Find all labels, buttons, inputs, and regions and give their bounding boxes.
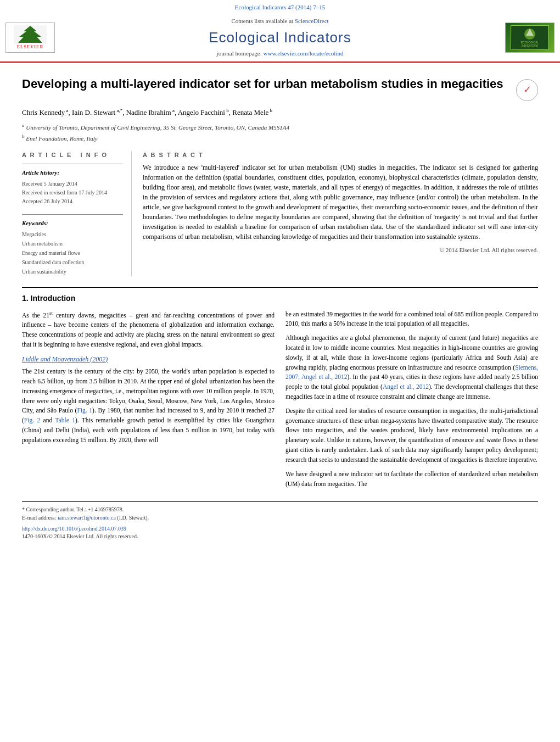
journal-header: Ecological Indicators 47 (2014) 7–15 ELS…: [0, 0, 560, 63]
article-body-columns: A R T I C L E I N F O Article history: R…: [22, 151, 538, 276]
keyword-5: Urban sustainability: [22, 267, 123, 276]
copyright-line: © 2014 Elsevier Ltd. All rights reserved…: [143, 246, 538, 254]
doi-link[interactable]: http://dx.doi.org/10.1016/j.ecolind.2014…: [22, 525, 538, 533]
intro-para-1: As the 21st century dawns, megacities – …: [22, 310, 275, 350]
journal-homepage-url[interactable]: www.elsevier.com/locate/ecolind: [264, 50, 344, 57]
divider-1: [22, 164, 123, 164]
footnote-section: * Corresponding author. Tel.: +1 4169785…: [22, 501, 538, 522]
eco-logo-inner: ECOLOGICAL INDICATORS: [511, 25, 549, 50]
keyword-4: Standardized data collection: [22, 258, 123, 267]
keyword-3: Energy and material flows: [22, 248, 123, 258]
author-mele: Renata Mele: [232, 108, 268, 116]
journal-homepage-line: journal homepage: www.elsevier.com/locat…: [55, 49, 505, 58]
divider-2: [22, 214, 123, 215]
article-title-section: Developing a multi-layered indicator set…: [22, 71, 538, 101]
crossmark-logo[interactable]: ✓: [516, 79, 538, 101]
introduction-section: 1. Introduction As the 21st century dawn…: [22, 287, 538, 540]
eco-logo-svg: ECOLOGICAL INDICATORS: [512, 26, 548, 49]
footnote-email-link[interactable]: iain.stewart1@utoronto.ca: [58, 515, 116, 521]
footnote-email: E-mail address: iain.stewart1@utoronto.c…: [22, 514, 538, 522]
svg-text:INDICATORS: INDICATORS: [521, 44, 538, 47]
accepted-date: Accepted 26 July 2014: [22, 197, 123, 206]
table1-ref[interactable]: Table 1: [55, 417, 75, 423]
authors-line: Chris Kennedy a, Iain D. Stewart a,*, Na…: [22, 107, 538, 119]
elsevier-logo: ELSEVIER: [5, 23, 55, 53]
keyword-2: Urban metabolism: [22, 239, 123, 248]
eco-indicators-logo: ECOLOGICAL INDICATORS: [505, 23, 555, 53]
article-info-header: A R T I C L E I N F O: [22, 151, 123, 159]
intro-right-para-1: be an estimated 39 megacities in the wor…: [285, 310, 538, 330]
subsection-ref-title[interactable]: Liddle and Moavenzadeh (2002): [22, 354, 275, 365]
intro-para-2: The 21st century is the century of the c…: [22, 367, 275, 445]
abstract-text: We introduce a new 'multi-layered' indic…: [143, 163, 538, 242]
revised-date: Received in revised form 17 July 2014: [22, 188, 123, 197]
intro-right-para-4: We have designed a new indicator set to …: [285, 470, 538, 489]
doi-section: http://dx.doi.org/10.1016/j.ecolind.2014…: [22, 525, 538, 540]
author-ibrahim: Nadine Ibrahim: [126, 108, 171, 116]
journal-title-section: Contents lists available at ScienceDirec…: [55, 17, 505, 58]
keywords-block: Keywords: Megacities Urban metabolism En…: [22, 219, 123, 276]
issn-line: 1470-160X/© 2014 Elsevier Ltd. All right…: [22, 533, 538, 540]
affiliation-a: a University of Toronto, Department of C…: [22, 122, 538, 132]
keywords-title: Keywords:: [22, 219, 123, 227]
intro-right-column: be an estimated 39 megacities in the wor…: [285, 310, 538, 494]
main-content: Developing a multi-layered indicator set…: [0, 63, 560, 549]
sciencedirect-link[interactable]: ScienceDirect: [295, 18, 329, 24]
journal-branding: ELSEVIER Contents lists available at Sci…: [0, 14, 560, 61]
angel-ref-1[interactable]: Angel et al., 2012: [301, 373, 348, 380]
elsevier-tree-svg: [14, 25, 47, 44]
article-history-title: Article history:: [22, 169, 123, 177]
journal-citation: Ecological Indicators 47 (2014) 7–15: [0, 3, 560, 12]
introduction-columns: As the 21st century dawns, megacities – …: [22, 310, 538, 494]
right-column: A B S T R A C T We introduce a new 'mult…: [143, 151, 538, 276]
author-kennedy: Chris Kennedy: [22, 108, 65, 116]
footnote-corresponding: * Corresponding author. Tel.: +1 4169785…: [22, 505, 538, 514]
fig2-ref[interactable]: Fig. 2: [24, 417, 40, 423]
elsevier-text: ELSEVIER: [17, 44, 43, 50]
left-column: A R T I C L E I N F O Article history: R…: [22, 151, 132, 276]
crossmark-icon: ✓: [523, 83, 531, 97]
author-facchini: Angelo Facchini: [178, 108, 225, 116]
intro-left-column: As the 21st century dawns, megacities – …: [22, 310, 275, 494]
introduction-title: 1. Introduction: [22, 293, 538, 304]
fig1-ref[interactable]: Fig. 1: [77, 407, 92, 414]
received-date: Received 5 January 2014: [22, 180, 123, 188]
affiliation-b: b Enel Foundation, Rome, Italy: [22, 133, 538, 143]
article-history-block: Article history: Received 5 January 2014…: [22, 169, 123, 205]
abstract-header: A B S T R A C T: [143, 151, 538, 159]
intro-right-para-3: Despite the critical need for studies of…: [285, 406, 538, 465]
author-stewart: Iain D. Stewart: [72, 108, 115, 116]
article-title: Developing a multi-layered indicator set…: [22, 76, 516, 92]
contents-line: Contents lists available at ScienceDirec…: [55, 17, 505, 25]
keyword-1: Megacities: [22, 230, 123, 239]
journal-title: Ecological Indicators: [55, 27, 505, 47]
intro-right-para-2: Although megacities are a global phenome…: [285, 333, 538, 402]
angel-ref-2[interactable]: Angel et al., 2012: [383, 383, 429, 390]
